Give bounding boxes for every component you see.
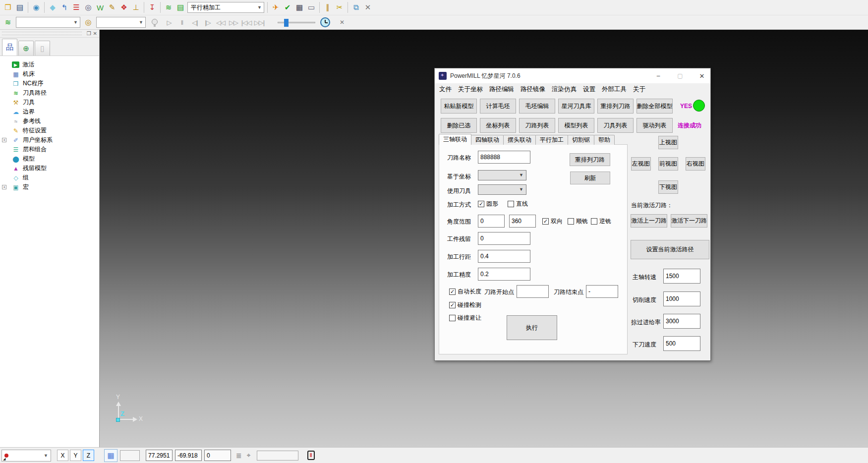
menu-item[interactable]: 外部工具 <box>602 85 627 94</box>
dialog-tab[interactable]: 切割锯 <box>568 135 594 145</box>
explorer-tree-tab[interactable]: 品 <box>2 39 17 56</box>
circle-checkbox[interactable]: ✓圆形 <box>478 200 498 208</box>
dialog-button[interactable]: 模型列表 <box>558 118 594 133</box>
step-back-icon[interactable]: ◁| <box>188 17 201 28</box>
cut-model-icon[interactable]: ✂ <box>334 1 346 13</box>
go-to-start-icon[interactable]: |◁◁ <box>240 17 253 28</box>
minimize-button[interactable]: – <box>650 68 667 83</box>
tool-pair-icon[interactable]: ∥ <box>322 1 334 13</box>
fast-forward-icon[interactable]: ▷▷ <box>227 17 240 28</box>
tree-item-activate[interactable]: ▶ 激活 <box>0 60 99 69</box>
grid-size-field[interactable] <box>120 450 140 461</box>
workplane-dropdown[interactable]: ◢ ▼ <box>1 450 51 462</box>
verify-tool-icon[interactable]: ✔ <box>282 1 293 13</box>
xyz-list-icon[interactable]: ≣ <box>236 452 242 460</box>
rapid-move-icon[interactable]: ↰ <box>58 1 70 13</box>
strategy-dropdown[interactable]: 平行精加工 ▼ <box>187 2 264 13</box>
tree-item-workplanes[interactable]: + ✐ 用户坐标系 <box>0 135 99 145</box>
toolpath-end-input[interactable] <box>586 285 618 298</box>
restore-panel-icon[interactable]: ❐ <box>87 31 91 36</box>
collision-check-checkbox[interactable]: ✓碰撞检测 <box>449 301 481 309</box>
view-front-button[interactable]: 前视图 <box>658 157 678 171</box>
checkbox-checked[interactable]: ✓ <box>478 201 484 207</box>
dialog-tab[interactable]: 帮助 <box>594 135 615 145</box>
pause-device-icon[interactable]: ‖ <box>307 451 315 460</box>
set-active-path-button[interactable]: 设置当前激活路径 <box>631 240 709 259</box>
boundary-icon[interactable]: W <box>94 1 106 13</box>
checkbox-unchecked[interactable] <box>591 218 597 225</box>
activate-prev-toolpath-button[interactable]: 激活上一刀路 <box>631 214 667 228</box>
y-axis-button[interactable]: Y <box>70 450 81 461</box>
x-axis-button[interactable]: X <box>57 450 68 461</box>
tree-item-patterns[interactable]: ≈ 参考线 <box>0 116 99 126</box>
tree-item-stock-models[interactable]: ▲ 残留模型 <box>0 164 99 173</box>
menu-item[interactable]: 关于坐标 <box>458 85 483 94</box>
create-tool-icon[interactable]: ⊥ <box>130 1 142 13</box>
step-forward-icon[interactable]: |▷ <box>201 17 214 28</box>
close-toolbar-icon[interactable]: ✕ <box>337 19 347 26</box>
stepover-input[interactable] <box>478 250 530 263</box>
dialog-tab[interactable]: 三轴联动 <box>439 134 471 145</box>
tool-search-icon[interactable]: ◎ <box>82 16 94 28</box>
tree-item-macros[interactable]: + ▣ 宏 <box>0 182 99 192</box>
dialog-button[interactable]: 毛坯编辑 <box>519 99 555 114</box>
sidebar-grip[interactable]: ❐ ✕ <box>0 30 99 38</box>
save-icon[interactable]: ▤ <box>14 1 26 13</box>
view-right-button[interactable]: 右视图 <box>686 157 705 171</box>
menu-item[interactable]: 渲染仿真 <box>552 85 577 94</box>
compare-models-icon[interactable]: ⧉ <box>350 1 362 13</box>
expander-plus-icon[interactable]: + <box>2 138 6 142</box>
tree-item-boundaries[interactable]: ☁ 边界 <box>0 107 99 116</box>
climb-mill-checkbox[interactable]: 顺铣 <box>568 217 588 226</box>
rearrange-toolpaths-button[interactable]: 重排列刀路 <box>570 153 610 166</box>
tree-item-models[interactable]: ⬤ 模型 <box>0 154 99 164</box>
leads-bird-icon[interactable]: ✈ <box>270 1 282 13</box>
menu-item[interactable]: 路径镜像 <box>521 85 545 94</box>
menu-item[interactable]: 文件 <box>439 85 452 94</box>
activate-next-toolpath-button[interactable]: 激活下一刀路 <box>671 214 707 228</box>
slider-handle[interactable] <box>284 19 289 27</box>
dialog-tab[interactable]: 摆头联动 <box>503 135 536 145</box>
maximize-button[interactable]: ▢ <box>672 68 689 83</box>
tree-item-levels-sets[interactable]: ☰ 层和组合 <box>0 145 99 154</box>
ball-tool-icon[interactable]: ◎ <box>82 1 94 13</box>
probe-position-icon[interactable]: ⌖ <box>247 451 251 460</box>
sim-toolpath-dropdown[interactable]: ▼ <box>16 17 80 28</box>
tree-item-groups[interactable]: ◇ 组 <box>0 173 99 182</box>
dialog-button[interactable]: 重排列刀路 <box>597 99 634 114</box>
auto-length-checkbox[interactable]: ✓自动长度 <box>449 288 481 296</box>
globe-tab[interactable]: ⊕ <box>18 41 34 56</box>
checkbox-unchecked[interactable] <box>449 315 456 321</box>
toolpath-name-input[interactable] <box>478 151 530 164</box>
tree-item-tools[interactable]: ⚒ 刀具 <box>0 98 99 107</box>
angle-to-input[interactable] <box>509 215 536 228</box>
dialog-tab[interactable]: 平行加工 <box>535 135 568 145</box>
angle-from-input[interactable] <box>478 215 505 228</box>
tree-item-toolpaths[interactable]: ≋ 刀具路径 <box>0 88 99 98</box>
go-to-end-icon[interactable]: ▷▷| <box>253 17 266 28</box>
toolpath-spring-icon[interactable]: ≋ <box>163 1 174 13</box>
toolpath-start-input[interactable] <box>517 285 549 298</box>
checkbox-unchecked[interactable] <box>568 218 574 225</box>
tolerance-input[interactable] <box>478 268 530 281</box>
recycle-bin-tab[interactable]: ▯ <box>35 41 50 56</box>
z-axis-button[interactable]: Z <box>83 450 94 461</box>
expander-plus-icon[interactable]: + <box>2 185 6 189</box>
menu-item[interactable]: 路径编辑 <box>489 85 514 94</box>
view-bottom-button[interactable]: 下视图 <box>658 180 678 194</box>
skim-feed-input[interactable] <box>663 314 700 329</box>
play-icon[interactable]: ▷ <box>163 17 175 28</box>
simulation-speed-slider[interactable] <box>278 22 315 23</box>
checkbox-checked[interactable]: ✓ <box>449 289 456 295</box>
checkbox-unchecked[interactable] <box>508 201 514 207</box>
view-left-button[interactable]: 左视图 <box>631 157 651 171</box>
print-preview-icon[interactable]: ◉ <box>30 1 42 13</box>
sim-tool-dropdown[interactable]: ▼ <box>96 17 146 28</box>
clock-icon[interactable] <box>320 17 330 27</box>
checkbox-checked[interactable]: ✓ <box>449 302 456 308</box>
dialog-tab[interactable]: 四轴联动 <box>471 135 504 145</box>
bidirectional-checkbox[interactable]: ✓双向 <box>542 217 563 226</box>
close-toolbar-icon[interactable]: ✕ <box>362 1 374 13</box>
spindle-speed-input[interactable] <box>663 269 700 284</box>
tree-item-nc-programs[interactable]: ❒ NC程序 <box>0 79 99 88</box>
